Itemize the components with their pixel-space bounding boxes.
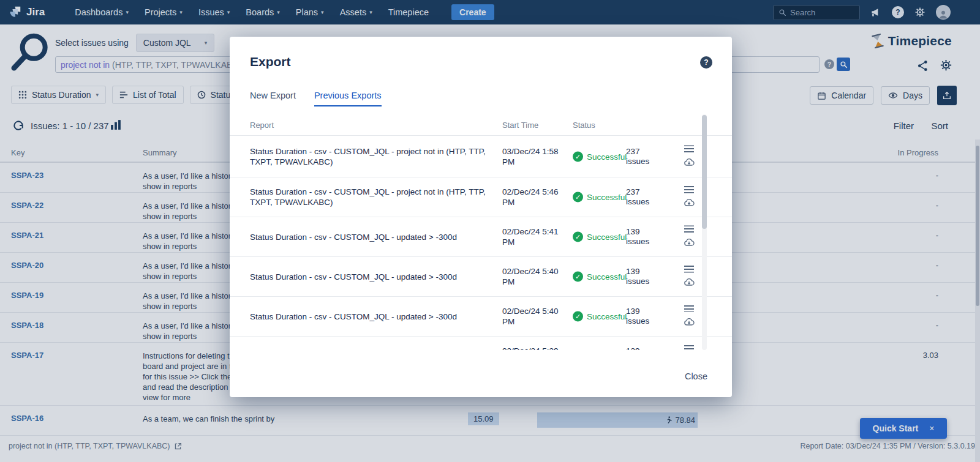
- more-actions-icon[interactable]: [684, 145, 694, 152]
- export-row: Status Duration - csv - CUSTOM_JQL - pro…: [230, 136, 732, 177]
- export-status: ✓Successful: [573, 311, 627, 322]
- export-start-time: 02/Dec/24 5:40 PM: [502, 306, 564, 327]
- download-cloud-icon[interactable]: [683, 157, 695, 168]
- status-label: Successful: [587, 152, 627, 161]
- export-issue-count: 139 issues: [626, 307, 658, 326]
- exports-list: Status Duration - csv - CUSTOM_JQL - pro…: [230, 135, 732, 350]
- export-row: Status Duration - csv - CUSTOM_JQL - upd…: [230, 296, 732, 336]
- export-row: Status Duration - csv - CUSTOM_JQL - upd…: [230, 256, 732, 296]
- column-start-time: Start Time: [502, 121, 538, 130]
- export-status: ✓Successful: [573, 151, 627, 162]
- export-row: Status Duration - csv - CUSTOM_JQL - upd…: [230, 336, 732, 350]
- download-cloud-icon[interactable]: [683, 198, 695, 209]
- export-issue-count: 139 issues: [626, 267, 658, 286]
- export-issue-count: 139 issues: [626, 227, 658, 247]
- dialog-title: Export: [250, 54, 291, 69]
- close-dialog-button[interactable]: Close: [685, 371, 707, 381]
- export-start-time: 02/Dec/24 5:46 PM: [502, 187, 564, 207]
- dialog-tabs: New Export Previous Exports: [250, 91, 382, 106]
- export-actions: [683, 266, 695, 288]
- export-issue-count: 237 issues: [626, 187, 658, 207]
- export-actions: [683, 305, 695, 328]
- success-check-icon: ✓: [573, 151, 583, 162]
- tab-new-export[interactable]: New Export: [250, 91, 296, 106]
- status-label: Successful: [587, 312, 627, 321]
- export-report-name: Status Duration - csv - CUSTOM_JQL - pro…: [250, 146, 486, 167]
- export-report-name: Status Duration - csv - CUSTOM_JQL - upd…: [250, 232, 486, 242]
- export-actions: [683, 345, 695, 351]
- status-label: Successful: [587, 193, 627, 202]
- more-actions-icon[interactable]: [684, 226, 694, 233]
- download-cloud-icon[interactable]: [683, 317, 695, 328]
- dialog-help-icon[interactable]: ?: [700, 56, 712, 69]
- export-issue-count: 237 issues: [626, 147, 658, 166]
- success-check-icon: ✓: [573, 192, 583, 203]
- export-report-name: Status Duration - csv - CUSTOM_JQL - upd…: [250, 272, 486, 282]
- more-actions-icon[interactable]: [684, 186, 694, 193]
- column-report: Report: [250, 121, 274, 130]
- export-dialog: Export ? New Export Previous Exports Rep…: [230, 37, 732, 397]
- column-status: Status: [573, 121, 595, 130]
- more-actions-icon[interactable]: [684, 305, 694, 313]
- export-start-time: 02/Dec/24 5:40 PM: [502, 266, 564, 287]
- more-actions-icon[interactable]: [684, 345, 694, 351]
- export-status: ✓Successful: [573, 232, 627, 242]
- export-status: ✓Successful: [573, 192, 627, 203]
- export-actions: [683, 145, 695, 168]
- export-report-name: Status Duration - csv - CUSTOM_JQL - upd…: [250, 311, 486, 322]
- tab-previous-exports[interactable]: Previous Exports: [314, 91, 382, 106]
- status-label: Successful: [587, 272, 627, 281]
- dialog-scrollbar-thumb[interactable]: [702, 115, 707, 229]
- export-start-time: 02/Dec/24 5:39 PM: [502, 346, 564, 350]
- dialog-scrollbar[interactable]: [702, 114, 707, 350]
- download-cloud-icon[interactable]: [683, 237, 695, 248]
- more-actions-icon[interactable]: [684, 266, 694, 273]
- export-row: Status Duration - csv - CUSTOM_JQL - pro…: [230, 177, 732, 217]
- success-check-icon: ✓: [573, 311, 583, 322]
- export-actions: [683, 186, 695, 209]
- success-check-icon: ✓: [573, 272, 583, 282]
- export-report-name: Status Duration - csv - CUSTOM_JQL - pro…: [250, 187, 486, 207]
- export-actions: [683, 226, 695, 248]
- export-start-time: 03/Dec/24 1:58 PM: [502, 146, 564, 167]
- status-label: Successful: [587, 233, 627, 242]
- export-issue-count: 139 issues: [626, 346, 658, 350]
- download-cloud-icon[interactable]: [683, 277, 695, 288]
- export-status: ✓Successful: [573, 272, 627, 282]
- success-check-icon: ✓: [573, 232, 583, 242]
- export-row: Status Duration - csv - CUSTOM_JQL - upd…: [230, 217, 732, 256]
- screen: Jira Dashboards▾ Projects▾ Issues▾ Board…: [0, 0, 980, 462]
- export-start-time: 02/Dec/24 5:41 PM: [502, 226, 564, 247]
